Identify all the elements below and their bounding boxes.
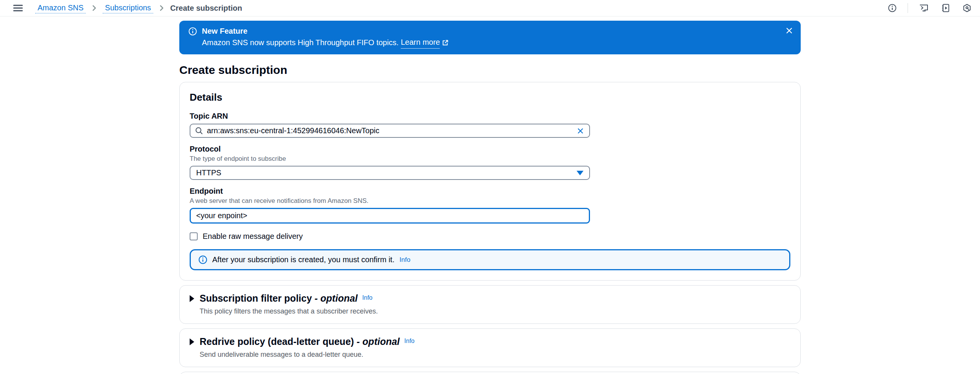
section-title: Subscription filter policy - optional <box>200 293 358 304</box>
caret-right-icon <box>190 295 194 302</box>
caret-right-icon <box>190 338 194 345</box>
main-content: New Feature Amazon SNS now supports High… <box>179 21 801 374</box>
optional-suffix: - optional <box>357 336 400 347</box>
hamburger-icon <box>13 4 23 12</box>
banner-title: New Feature <box>202 26 449 37</box>
endpoint-description: A web server that can receive notificati… <box>190 197 790 205</box>
protocol-field: Protocol The type of endpoint to subscri… <box>190 145 790 180</box>
raw-message-delivery-label: Enable raw message delivery <box>203 232 303 241</box>
toolbar-divider <box>908 3 908 13</box>
cloudshell-icon <box>919 3 929 13</box>
topic-arn-search-box <box>190 124 590 138</box>
search-icon <box>195 127 203 135</box>
protocol-selected-value: HTTPS <box>196 168 221 177</box>
topic-arn-field: Topic ARN <box>190 112 790 138</box>
confirmation-info-alert: After your subscription is created, you … <box>190 249 790 270</box>
external-link-icon <box>442 39 449 46</box>
page-title: Create subscription <box>179 64 801 77</box>
protocol-description: The type of endpoint to subscribe <box>190 155 790 163</box>
section-description: This policy filters the messages that a … <box>200 307 790 315</box>
protocol-select[interactable]: HTTPS <box>190 166 590 180</box>
clear-topic-arn-button[interactable] <box>576 127 585 135</box>
chevron-down-icon <box>577 171 583 175</box>
notebook-button[interactable] <box>939 2 952 14</box>
delivery-policy-card: Delivery policy (HTTP/S) - optional Info… <box>179 372 801 374</box>
optional-suffix: - optional <box>315 293 357 304</box>
subscription-filter-policy-card: Subscription filter policy - optional In… <box>179 285 801 324</box>
banner-message: Amazon SNS now supports High Throughput … <box>202 37 398 48</box>
cloudshell-button[interactable] <box>917 2 930 14</box>
details-heading: Details <box>190 91 790 103</box>
alert-info-link[interactable]: Info <box>400 256 410 264</box>
chevron-right-icon <box>159 5 164 11</box>
section-title: Redrive policy (dead-letter queue) - opt… <box>200 336 400 347</box>
breadcrumb-current: Create subscription <box>170 4 242 13</box>
top-navigation-bar: Amazon SNS Subscriptions Create subscrip… <box>0 0 980 16</box>
section-description: Send undeliverable messages to a dead-le… <box>200 351 790 359</box>
redrive-policy-expander[interactable]: Redrive policy (dead-letter queue) - opt… <box>190 336 790 347</box>
redrive-policy-card: Redrive policy (dead-letter queue) - opt… <box>179 328 801 367</box>
alert-text: After your subscription is created, you … <box>212 255 395 264</box>
help-panel-button[interactable] <box>886 2 898 14</box>
details-card: Details Topic ARN Protocol The type of e… <box>179 82 801 281</box>
learn-more-link[interactable]: Learn more <box>401 37 440 49</box>
notebook-icon <box>941 3 950 13</box>
new-feature-banner: New Feature Amazon SNS now supports High… <box>179 21 801 54</box>
settings-button[interactable] <box>961 2 973 14</box>
chevron-right-icon <box>92 5 97 11</box>
close-icon <box>785 27 793 34</box>
subscription-filter-policy-expander[interactable]: Subscription filter policy - optional In… <box>190 293 790 304</box>
endpoint-label: Endpoint <box>190 187 790 196</box>
settings-icon <box>962 3 972 13</box>
breadcrumb-subscriptions[interactable]: Subscriptions <box>103 3 153 13</box>
section-info-link[interactable]: Info <box>404 338 415 345</box>
info-icon <box>888 3 897 13</box>
section-info-link[interactable]: Info <box>362 294 373 301</box>
hamburger-menu-button[interactable] <box>11 2 25 14</box>
topic-arn-label: Topic ARN <box>190 112 790 121</box>
protocol-label: Protocol <box>190 145 790 154</box>
endpoint-field: Endpoint A web server that can receive n… <box>190 187 790 224</box>
banner-dismiss-button[interactable] <box>784 25 795 36</box>
topic-arn-input[interactable] <box>207 126 572 135</box>
breadcrumb-amazon-sns[interactable]: Amazon SNS <box>35 3 86 13</box>
info-icon <box>198 255 207 264</box>
raw-message-delivery-checkbox[interactable]: Enable raw message delivery <box>190 232 303 241</box>
endpoint-input[interactable] <box>190 208 590 224</box>
breadcrumb: Amazon SNS Subscriptions Create subscrip… <box>35 3 242 13</box>
checkbox-icon <box>190 232 198 240</box>
clear-x-icon <box>577 127 584 134</box>
info-icon <box>188 27 197 36</box>
